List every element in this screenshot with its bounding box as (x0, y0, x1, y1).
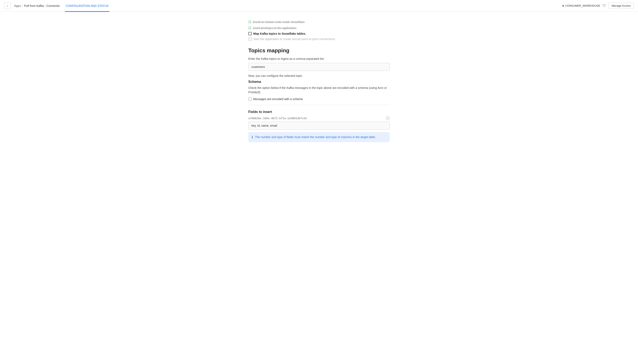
step-2-label: Grant privileges to the application. (253, 26, 297, 30)
info-symbol: ℹ (387, 117, 388, 120)
header-nav: CONFIGURATION AND STATUS (65, 4, 114, 8)
field-info-icon[interactable]: ℹ (386, 116, 390, 120)
step-2: ☑ Grant privileges to the application. (248, 26, 390, 30)
warehouse-name: CONSUMER_WAREHOUSE (565, 4, 600, 7)
section-divider (248, 105, 390, 105)
info-box-text: The number and type of fields must match… (255, 135, 376, 139)
step-4-label: Start the application to create secure p… (253, 38, 336, 41)
back-icon: ‹ (7, 4, 8, 8)
topics-input[interactable] (248, 63, 390, 71)
warehouse-badge: CONSUMER_WAREHOUSE (562, 4, 600, 7)
info-box: ℹ The number and type of fields must mat… (248, 132, 390, 142)
info-box-icon: ℹ (252, 135, 253, 139)
steps-list: ☑ Enroll an Ockam node inside Snowflake.… (248, 20, 390, 41)
step-3-label: Map Kafka topics to Snowflake tables. (253, 32, 306, 35)
step-3: Map Kafka topics to Snowflake tables. (248, 32, 390, 35)
manage-access-button[interactable]: Manage Access (608, 3, 634, 9)
step-1-check-icon: ☑ (248, 20, 251, 24)
step-2-check-icon: ☑ (248, 26, 251, 30)
step-4-check-icon (248, 38, 252, 41)
back-button[interactable]: ‹ (4, 2, 11, 9)
field-id-row: a706026e-169e-4bf2-bf3a-a2d081dbfcb5 ℹ (248, 116, 390, 120)
step-1: ☑ Enroll an Ockam node inside Snowflake. (248, 20, 390, 24)
step-1-label: Enroll an Ockam node inside Snowflake. (253, 20, 305, 24)
field-id: a706026e-169e-4bf2-bf3a-a2d081dbfcb5 (248, 117, 307, 120)
configure-topic-text: Now, you can configure the selected topi… (248, 74, 390, 78)
tab-configuration-and-status[interactable]: CONFIGURATION AND STATUS (65, 0, 109, 12)
schema-heading: Schema (248, 80, 390, 84)
fields-input[interactable] (248, 122, 390, 130)
schema-checkbox[interactable] (248, 98, 251, 101)
breadcrumb-connector: Pull from Kafka - Connector (24, 4, 60, 8)
schema-checkbox-label[interactable]: Messages are encoded with a schema (253, 98, 303, 101)
header: ‹ Apps / Pull from Kafka - Connector CON… (0, 0, 638, 12)
header-right: CONSUMER_WAREHOUSE 🛡 Manage Access (562, 3, 634, 9)
topics-mapping-title: Topics mapping (248, 47, 390, 54)
topics-mapping-description: Enter the Kafka topics to ingest as a co… (248, 57, 390, 60)
schema-checkbox-row: Messages are encoded with a schema (248, 98, 390, 101)
step-3-check-icon (248, 32, 252, 35)
shield-icon[interactable]: 🛡 (603, 4, 606, 8)
schema-description: Check the option below if the Kafka mess… (248, 86, 390, 94)
breadcrumb-separator: / (22, 4, 23, 8)
step-4: Start the application to create secure p… (248, 38, 390, 41)
main-content: ☑ Enroll an Ockam node inside Snowflake.… (244, 20, 394, 142)
breadcrumb-apps[interactable]: Apps (14, 4, 21, 8)
warehouse-status-dot (562, 5, 564, 7)
fields-to-insert-heading: Fields to insert (248, 110, 390, 114)
